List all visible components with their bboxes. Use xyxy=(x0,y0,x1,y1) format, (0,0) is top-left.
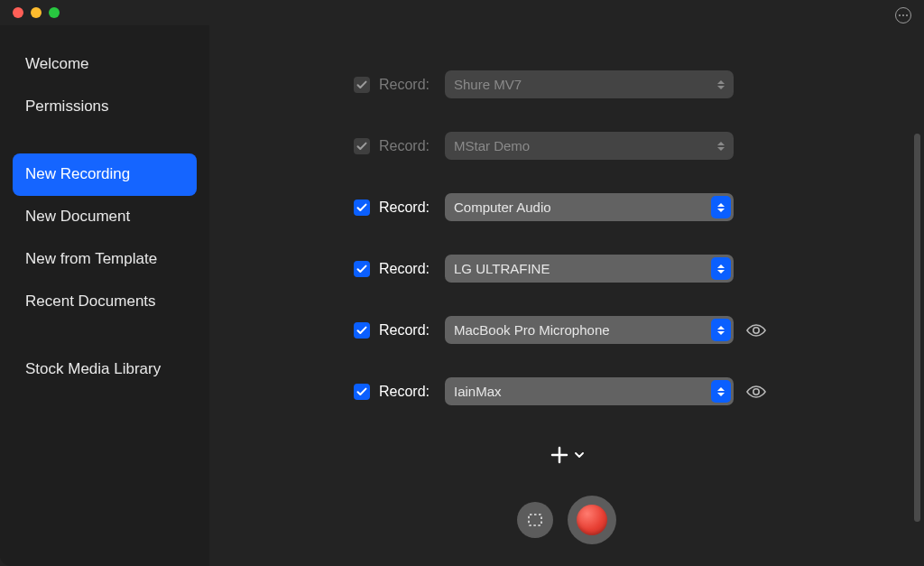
window-titlebar xyxy=(0,0,924,25)
preview-eye-button[interactable] xyxy=(746,385,766,399)
main-scrollbar[interactable] xyxy=(914,134,920,522)
sidebar-item-recent-documents[interactable]: Recent Documents xyxy=(13,281,197,323)
source-select: MStar Demo xyxy=(445,132,734,160)
select-region-button[interactable] xyxy=(517,502,553,538)
main-panel: Record:Shure MV7Record:MStar DemoRecord:… xyxy=(209,25,924,566)
record-label: Record: xyxy=(379,384,445,400)
source-select-value: Shure MV7 xyxy=(454,77,522,92)
sidebar-item-stock-media-library[interactable]: Stock Media Library xyxy=(13,348,197,391)
svg-rect-7 xyxy=(529,515,541,525)
source-select[interactable]: IainMax xyxy=(445,377,734,405)
record-label: Record: xyxy=(379,261,445,277)
svg-point-0 xyxy=(899,14,901,16)
window-minimize-button[interactable] xyxy=(31,7,42,18)
sidebar: Welcome Permissions New Recording New Do… xyxy=(0,25,209,566)
source-select[interactable]: Computer Audio xyxy=(445,193,734,221)
select-stepper-icon xyxy=(711,196,731,218)
preview-eye-button[interactable] xyxy=(746,323,766,338)
sidebar-item-new-recording[interactable]: New Recording xyxy=(13,153,197,196)
source-row: Record:IainMax xyxy=(209,377,924,405)
selection-rectangle-icon xyxy=(526,511,544,529)
svg-point-4 xyxy=(753,388,759,394)
sidebar-item-new-from-template[interactable]: New from Template xyxy=(13,238,197,281)
record-checkbox[interactable] xyxy=(354,384,370,400)
record-checkbox[interactable] xyxy=(354,261,370,277)
record-checkbox xyxy=(354,138,370,154)
chevron-down-icon xyxy=(575,452,584,458)
record-label: Record: xyxy=(379,77,445,93)
record-label: Record: xyxy=(379,199,445,216)
source-select-value: MStar Demo xyxy=(454,138,530,153)
source-select-value: IainMax xyxy=(454,384,502,399)
source-row: Record:MStar Demo xyxy=(209,132,924,160)
svg-point-2 xyxy=(906,14,908,16)
source-row: Record:LG ULTRAFINE xyxy=(209,255,924,283)
record-checkbox[interactable] xyxy=(354,322,370,339)
source-row: Record:MacBook Pro Microphone xyxy=(209,316,924,344)
more-options-button[interactable] xyxy=(895,7,911,23)
source-select[interactable]: MacBook Pro Microphone xyxy=(445,316,734,344)
source-row: Record:Shure MV7 xyxy=(209,70,924,98)
record-label: Record: xyxy=(379,322,445,339)
source-select: Shure MV7 xyxy=(445,70,734,98)
select-stepper-icon xyxy=(711,135,731,157)
sidebar-item-new-document[interactable]: New Document xyxy=(13,196,197,238)
select-stepper-icon xyxy=(711,257,731,280)
source-select-value: LG ULTRAFINE xyxy=(454,261,550,276)
record-checkbox xyxy=(354,77,370,93)
plus-icon xyxy=(550,445,569,465)
ellipsis-icon xyxy=(898,14,909,17)
window-zoom-button[interactable] xyxy=(49,7,60,18)
svg-point-3 xyxy=(753,327,759,332)
source-select-value: Computer Audio xyxy=(454,199,551,215)
select-stepper-icon xyxy=(711,73,731,96)
sidebar-item-welcome[interactable]: Welcome xyxy=(13,43,197,86)
source-select-value: MacBook Pro Microphone xyxy=(454,322,610,338)
record-checkbox[interactable] xyxy=(354,199,370,216)
window-close-button[interactable] xyxy=(13,7,23,18)
sidebar-item-permissions[interactable]: Permissions xyxy=(13,86,197,128)
record-button[interactable] xyxy=(568,496,616,544)
record-dot-icon xyxy=(577,505,607,535)
source-row: Record:Computer Audio xyxy=(209,193,924,221)
select-stepper-icon xyxy=(711,319,731,341)
select-stepper-icon xyxy=(711,380,731,403)
source-select[interactable]: LG ULTRAFINE xyxy=(445,255,734,283)
record-label: Record: xyxy=(379,138,445,154)
add-source-button[interactable] xyxy=(209,445,924,465)
svg-point-1 xyxy=(902,14,904,16)
